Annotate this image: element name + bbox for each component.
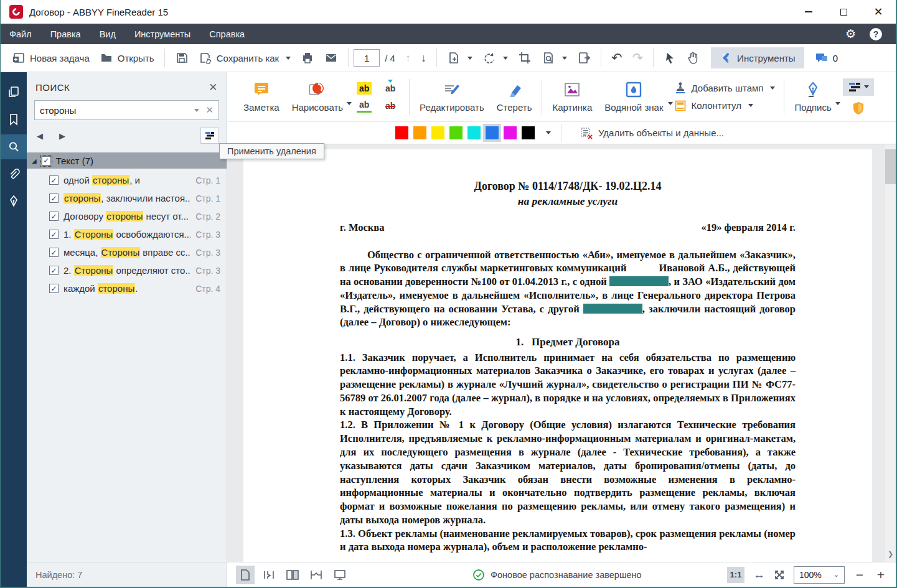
protection-shield-icon[interactable] <box>852 101 865 116</box>
search-panel-close-icon[interactable]: ✕ <box>209 81 218 94</box>
tree-expander-icon[interactable]: ◢ <box>32 157 37 164</box>
add-page-dropdown-caret[interactable] <box>467 57 472 60</box>
add-stamp-dropdown-caret[interactable] <box>770 86 775 90</box>
result-checkbox[interactable]: ✓ <box>49 230 59 239</box>
maximize-button[interactable] <box>826 0 861 24</box>
tools-button[interactable]: Инструменты <box>711 47 804 68</box>
zoom-in-button[interactable]: + <box>875 567 887 582</box>
zoom-level-select[interactable]: 100% ⌄ <box>794 566 845 584</box>
color-swatch-black[interactable] <box>522 126 535 139</box>
result-checkbox[interactable]: ✓ <box>49 248 59 257</box>
convert-page-button[interactable] <box>572 47 596 68</box>
redaction-mode-button[interactable] <box>843 78 874 96</box>
settings-gear-icon[interactable]: ⚙ <box>845 27 856 41</box>
document-page[interactable]: Договор № 0114/1748/ДК- 19.02.Ц2.14 на р… <box>243 149 872 562</box>
result-checkbox[interactable]: ✓ <box>49 266 59 275</box>
picture-button[interactable]: Картинка <box>546 81 598 113</box>
insert-text-button[interactable]: ab <box>383 82 398 95</box>
menu-file[interactable]: Файл <box>9 29 32 39</box>
underline-text-button[interactable]: ab <box>357 98 372 113</box>
search-result-row[interactable]: ✓ 2. Стороны определяют сто... Стр. 3 <box>27 261 227 279</box>
highlight-text-button[interactable]: ab <box>357 82 372 95</box>
rail-pages-button[interactable] <box>1 80 27 105</box>
save-as-dropdown-caret[interactable] <box>286 57 291 60</box>
previous-result-button[interactable]: ◀ <box>37 131 43 141</box>
close-button[interactable]: ✕ <box>861 0 896 24</box>
search-result-row[interactable]: ✓ 1. Стороны освобождаются... Стр. 3 <box>27 225 227 243</box>
results-group-header[interactable]: ◢ ✓ Текст (7) <box>27 152 227 169</box>
menu-help[interactable]: Справка <box>209 29 245 39</box>
rotate-button[interactable] <box>477 47 513 68</box>
result-checkbox[interactable]: ✓ <box>49 175 59 185</box>
view-split-horizontal-button[interactable] <box>307 566 326 584</box>
fit-page-icon[interactable] <box>774 569 785 581</box>
help-icon[interactable]: ? <box>870 28 882 40</box>
search-input[interactable] <box>40 105 192 116</box>
redaction-box[interactable] <box>583 304 642 314</box>
rail-attachments-button[interactable] <box>1 162 27 187</box>
search-result-row[interactable]: ✓ месяца, Стороны вправе сс... Стр. 3 <box>27 243 227 261</box>
note-button[interactable]: Заметка <box>237 81 286 113</box>
watermark-button[interactable]: Водяной знак <box>598 81 669 113</box>
watermark-dropdown-caret[interactable] <box>668 102 673 105</box>
save-as-button[interactable]: Сохранить как <box>194 47 296 68</box>
redo-button[interactable]: ↷ <box>627 47 648 69</box>
print-button[interactable] <box>296 47 319 68</box>
zoom-out-button[interactable]: − <box>853 567 866 582</box>
vertical-scrollbar[interactable]: ❯ <box>885 144 896 562</box>
search-result-row[interactable]: ✓ одной стороны, и Стр. 1 <box>27 171 227 189</box>
recognize-dropdown-caret[interactable] <box>562 57 567 60</box>
add-page-button[interactable] <box>442 47 477 68</box>
header-footer-button[interactable]: Колонтитул <box>674 100 775 112</box>
save-button[interactable] <box>170 47 194 68</box>
strikethrough-text-button[interactable]: ab <box>383 100 398 112</box>
signature-button[interactable]: Подпись <box>788 81 837 113</box>
crop-button[interactable] <box>513 47 537 68</box>
previous-page-button[interactable]: ↑ <box>400 48 416 68</box>
view-single-page-button[interactable] <box>236 566 255 584</box>
next-result-button[interactable]: ▶ <box>59 131 65 141</box>
header-footer-dropdown-caret[interactable] <box>748 104 753 107</box>
rail-search-button[interactable] <box>1 134 27 159</box>
comments-button[interactable]: 0 <box>814 51 838 65</box>
draw-dropdown-caret[interactable] <box>347 102 352 105</box>
actual-size-button[interactable]: 1:1 <box>727 567 744 583</box>
apply-redactions-button[interactable] <box>200 128 219 144</box>
scrollbar-thumb[interactable] <box>885 149 896 184</box>
delete-objects-button[interactable]: Удалить объекты и данные... <box>580 127 724 139</box>
search-result-row[interactable]: ✓ каждой стороны. Стр. 4 <box>27 279 227 297</box>
add-stamp-button[interactable]: Добавить штамп <box>674 82 775 95</box>
result-checkbox[interactable]: ✓ <box>49 212 59 221</box>
color-swatch-blue[interactable] <box>486 126 499 139</box>
next-page-button[interactable]: ↓ <box>416 48 431 68</box>
draw-button[interactable]: Нарисовать <box>286 81 349 113</box>
menu-tools[interactable]: Инструменты <box>134 29 190 39</box>
signature-dropdown-caret[interactable] <box>835 102 840 105</box>
rail-bookmarks-button[interactable] <box>1 107 27 132</box>
color-swatch-magenta[interactable] <box>504 126 517 139</box>
menu-view[interactable]: Вид <box>100 29 116 39</box>
search-result-row[interactable]: ✓ стороны, заключили настоя... Стр. 1 <box>27 189 227 207</box>
more-colors-caret[interactable] <box>546 131 551 134</box>
clear-search-icon[interactable]: ✕ <box>205 105 214 116</box>
color-swatch-orange[interactable] <box>413 126 426 139</box>
color-swatch-red[interactable] <box>395 126 408 139</box>
email-button[interactable] <box>319 47 343 68</box>
undo-button[interactable]: ↶ <box>606 47 627 69</box>
view-fullscreen-button[interactable] <box>331 566 349 584</box>
erase-button[interactable]: Стереть <box>491 81 538 113</box>
redaction-box[interactable] <box>609 276 669 286</box>
minimize-button[interactable] <box>791 0 826 24</box>
select-tool-button[interactable] <box>659 48 681 68</box>
group-checkbox[interactable]: ✓ <box>42 156 51 166</box>
view-split-vertical-button[interactable] <box>260 566 278 584</box>
color-swatch-yellow[interactable] <box>431 126 444 139</box>
search-history-caret[interactable] <box>194 109 199 112</box>
edit-button[interactable]: Редактировать <box>413 81 491 113</box>
recognize-page-button[interactable] <box>537 47 572 68</box>
page-number-input[interactable] <box>354 49 380 67</box>
view-two-pages-button[interactable] <box>283 566 302 584</box>
result-checkbox[interactable]: ✓ <box>49 284 59 293</box>
search-result-row[interactable]: ✓ Договору стороны несут от... Стр. 2 <box>27 207 227 225</box>
fit-width-icon[interactable]: ↔ <box>753 568 765 582</box>
